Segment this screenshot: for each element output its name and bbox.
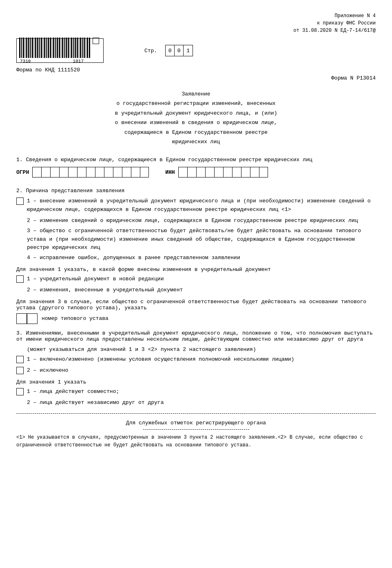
- ogrn-cell-2[interactable]: [41, 167, 50, 178]
- reason-item-4: 4 – исправление ошибок, допущенных в ран…: [27, 254, 376, 262]
- dashed-line2: [143, 429, 249, 430]
- bar30: [71, 38, 72, 58]
- nom-ustava-box1[interactable]: [16, 313, 27, 324]
- inn-cell-7[interactable]: [232, 167, 241, 178]
- reason-item-1: 1 – внесение изменений в учредительный д…: [16, 197, 376, 214]
- inn-cell-4[interactable]: [205, 167, 214, 178]
- inn-cell-1[interactable]: [178, 167, 187, 178]
- inn-cell-10[interactable]: [259, 167, 268, 178]
- bar8: [32, 38, 33, 58]
- s3-sub-text-1: 1 – лица действуют совместно;: [27, 388, 376, 396]
- page-cells: 0 0 1: [165, 45, 193, 56]
- barcode-lines: [19, 38, 101, 58]
- ogrn-cell-5[interactable]: [68, 167, 77, 178]
- bar10: [35, 38, 36, 58]
- form-knd: Форма по КНД 1111520: [16, 67, 376, 73]
- page-cell-1: 0: [166, 45, 175, 56]
- bar33: [77, 38, 78, 58]
- page-cell-3: 1: [184, 45, 193, 56]
- ogrn-cell-12[interactable]: [131, 167, 140, 178]
- bar17: [48, 38, 49, 58]
- s3-sub-item-1: 1 – лица действуют совместно;: [16, 388, 376, 396]
- ogrn-cell-4[interactable]: [59, 167, 68, 178]
- title-line1: Заявление: [182, 91, 210, 97]
- ogrn-cell-1[interactable]: [32, 167, 41, 178]
- s3-checkbox-1[interactable]: [16, 356, 24, 363]
- sub-item-1a: 1 – учредительный документ в новой редак…: [16, 275, 376, 284]
- bar25: [62, 38, 63, 58]
- reason-item-3: 3 – общество с ограниченной ответственно…: [27, 227, 376, 252]
- sub-text-1a: 1 – учредительный документ в новой редак…: [27, 275, 376, 284]
- barcode-square: [93, 38, 99, 44]
- appendix-line1: Приложение N 4: [334, 13, 376, 19]
- inn-cell-6[interactable]: [223, 167, 232, 178]
- ogrn-cell-6[interactable]: [77, 167, 86, 178]
- ogrn-cell-7[interactable]: [86, 167, 95, 178]
- bar27: [66, 38, 67, 58]
- service-note-text: Для служебных отметок регистрирующего ор…: [126, 420, 266, 426]
- bar39: [87, 38, 88, 58]
- bar4: [25, 38, 26, 58]
- inn-cell-3[interactable]: [196, 167, 205, 178]
- bar20: [53, 38, 54, 58]
- bar16: [46, 38, 47, 58]
- nom-ustava-row: номер типового устава: [16, 313, 376, 324]
- sub-item-1b: 2 – изменения, внесенные в учредительный…: [27, 286, 376, 295]
- bar35: [80, 38, 81, 58]
- title-line6: юридических лиц: [172, 139, 220, 145]
- appendix-line2: к приказу ФНС России: [317, 20, 376, 26]
- title-line3: в учредительный документ юридического ли…: [115, 110, 277, 116]
- s3-item-1: 1 – включено/изменено (изменены условия …: [16, 355, 376, 364]
- for-value3-label: Для значения 3 в случае, если общество с…: [16, 299, 376, 311]
- ogrn-cell-10[interactable]: [113, 167, 122, 178]
- bar2: [21, 38, 22, 58]
- section3-header: 3. Изменениями, внесенными в учредительн…: [16, 330, 376, 342]
- nom-label: номер типового устава: [42, 315, 109, 322]
- appendix-line3: от 31.08.2020 N ЕД-7-14/617@: [293, 28, 376, 33]
- section1-header: 1. Сведения о юридическом лице, содержащ…: [16, 157, 376, 163]
- barcode-container: 7310 1017: [19, 38, 101, 64]
- bar28: [68, 38, 69, 58]
- bar34: [79, 38, 80, 58]
- bar5: [26, 38, 27, 58]
- ogrn-cells: [32, 167, 149, 178]
- bar15: [44, 38, 45, 58]
- inn-cells: [178, 167, 268, 178]
- ogrn-cell-3[interactable]: [50, 167, 59, 178]
- ogrn-cell-11[interactable]: [122, 167, 131, 178]
- section2: 2. Причина представления заявления 1 – в…: [16, 188, 376, 324]
- bar26: [64, 38, 65, 58]
- title-line5: содержащиеся в Едином государственном ре…: [124, 129, 268, 135]
- title-line4: о внесении изменений в сведения о юридич…: [115, 120, 277, 126]
- sub-checkbox-1a[interactable]: [16, 275, 24, 283]
- reason-checkbox-1[interactable]: [16, 197, 24, 205]
- bar3: [23, 38, 24, 58]
- nom-ustava-box2[interactable]: [27, 313, 38, 324]
- ogrn-cell-13[interactable]: [140, 167, 149, 178]
- footnote-text: <1> Не указывается в случаях, предусмотр…: [16, 435, 363, 448]
- ogrn-cell-8[interactable]: [95, 167, 104, 178]
- bar32: [75, 38, 76, 58]
- bar37: [84, 38, 85, 58]
- inn-cell-8[interactable]: [241, 167, 250, 178]
- barcode-box: 7310 1017: [16, 38, 104, 63]
- bar29: [70, 38, 71, 58]
- bar36: [82, 38, 83, 58]
- inn-cell-9[interactable]: [250, 167, 259, 178]
- page-label: Стр.: [144, 48, 157, 54]
- s3-text-2: 2 – исключено: [27, 366, 376, 375]
- ogrn-group: ОГРН: [16, 167, 149, 178]
- bar21: [55, 38, 56, 58]
- service-note: Для служебных отметок регистрирующего ор…: [16, 420, 376, 426]
- title-line2: о государственной регистрации изменений,…: [116, 100, 275, 106]
- header-row: 7310 1017 Стр. 0 0 1: [16, 38, 376, 63]
- barcode-num2: 1017: [73, 59, 84, 64]
- inn-cell-5[interactable]: [214, 167, 223, 178]
- page-cell-2: 0: [175, 45, 184, 56]
- s3-sub-checkbox-1[interactable]: [16, 388, 24, 395]
- bar19: [52, 38, 53, 58]
- top-right-note: Приложение N 4 к приказу ФНС России от 3…: [16, 12, 376, 34]
- s3-checkbox-2[interactable]: [16, 367, 24, 374]
- inn-cell-2[interactable]: [187, 167, 196, 178]
- ogrn-cell-9[interactable]: [104, 167, 113, 178]
